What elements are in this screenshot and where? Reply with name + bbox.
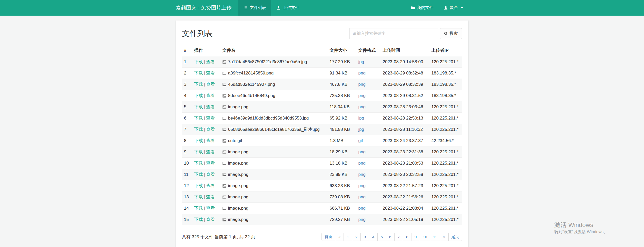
format-link[interactable]: png <box>358 206 366 211</box>
pagination-button[interactable]: 8 <box>403 233 411 241</box>
format-link[interactable]: png <box>358 161 366 166</box>
format-link[interactable]: png <box>358 93 366 98</box>
pagination-button[interactable]: 1 <box>344 233 352 241</box>
download-link[interactable]: 下载 <box>194 71 203 76</box>
pagination-button[interactable]: 2 <box>352 233 361 241</box>
windows-activation-watermark: 激活 Windows 转到“设置”以激活 Windows。 <box>554 221 608 235</box>
format-link[interactable]: png <box>358 172 366 177</box>
row-format: png <box>356 101 381 113</box>
filename-text: 46dad532e1145907.png <box>228 82 275 87</box>
row-index: 3 <box>182 79 192 90</box>
view-link[interactable]: 查看 <box>206 93 215 98</box>
image-file-icon <box>223 116 226 120</box>
format-link[interactable]: png <box>358 82 366 87</box>
format-link[interactable]: gif <box>358 138 363 143</box>
image-file-icon <box>223 94 226 98</box>
view-link[interactable]: 查看 <box>206 82 215 87</box>
row-ip: 183.198.35.* <box>429 79 462 90</box>
pagination-button[interactable]: 4 <box>369 233 378 241</box>
view-link[interactable]: 查看 <box>206 71 215 76</box>
table-row: 4 下载|查看 8deee46e4b145849.png 725.38 KB p… <box>182 90 462 101</box>
download-link[interactable]: 下载 <box>194 195 203 199</box>
format-link[interactable]: png <box>358 217 366 222</box>
nav-item-my-files[interactable]: 我的文件 <box>406 0 439 16</box>
download-link[interactable]: 下载 <box>194 59 203 64</box>
row-index: 11 <box>182 169 192 180</box>
nav-item-upload[interactable]: 上传文件 <box>271 0 304 16</box>
pagination-button[interactable]: » <box>440 233 449 241</box>
row-size: 1.3 MB <box>328 135 356 146</box>
view-link[interactable]: 查看 <box>206 116 215 121</box>
image-file-icon <box>223 83 226 87</box>
format-link[interactable]: jpg <box>358 127 364 132</box>
nav-item-aggregate-dropdown[interactable]: 聚合 <box>439 0 468 16</box>
action-separator: | <box>204 59 205 64</box>
row-index: 12 <box>182 180 192 191</box>
download-link[interactable]: 下载 <box>194 93 203 98</box>
pagination-button[interactable]: 5 <box>377 233 386 241</box>
pagination-button[interactable]: 9 <box>411 233 420 241</box>
view-link[interactable]: 查看 <box>206 149 215 154</box>
view-link[interactable]: 查看 <box>206 127 215 132</box>
column-header-time: 上传时间 <box>381 45 429 56</box>
search-button[interactable]: 搜索 <box>440 28 462 39</box>
nav-item-file-list[interactable]: 文件列表 <box>238 0 271 16</box>
download-link[interactable]: 下载 <box>194 183 203 188</box>
download-link[interactable]: 下载 <box>194 161 203 166</box>
search-box: 搜索 <box>349 28 462 39</box>
view-link[interactable]: 查看 <box>206 195 215 199</box>
action-separator: | <box>204 217 205 222</box>
download-link[interactable]: 下载 <box>194 149 203 154</box>
row-filename: 7a17da456c8750f221d3c867fac0a6b.jpg <box>220 56 328 68</box>
row-time: 2023-08-23 22:31:38 <box>381 146 429 158</box>
download-link[interactable]: 下载 <box>194 138 203 143</box>
row-actions: 下载|查看 <box>192 214 220 225</box>
view-link[interactable]: 查看 <box>206 138 215 143</box>
image-file-icon <box>223 128 226 132</box>
view-link[interactable]: 查看 <box>206 161 215 166</box>
format-link[interactable]: jpg <box>358 116 364 121</box>
pagination-button[interactable]: 11 <box>430 233 440 241</box>
row-size: 13.18 KB <box>328 158 356 169</box>
row-filename: 46dad532e1145907.png <box>220 79 328 90</box>
brand[interactable]: 素颜图床 - 免费图片上传 <box>176 0 238 16</box>
image-file-icon <box>223 60 226 64</box>
row-ip: 120.225.201.* <box>429 203 462 214</box>
search-input[interactable] <box>349 28 438 39</box>
row-filename: image.png <box>220 169 328 180</box>
row-index: 7 <box>182 124 192 135</box>
pagination-button[interactable]: 尾页 <box>448 233 462 241</box>
download-link[interactable]: 下载 <box>194 116 203 121</box>
view-link[interactable]: 查看 <box>206 183 215 188</box>
pagination-button[interactable]: 首页 <box>321 233 335 241</box>
pagination-button[interactable]: 10 <box>420 233 430 241</box>
format-link[interactable]: png <box>358 71 366 76</box>
row-filename: cute.gif <box>220 135 328 146</box>
row-filename: image.png <box>220 191 328 203</box>
view-link[interactable]: 查看 <box>206 217 215 222</box>
pagination-button[interactable]: 7 <box>394 233 403 241</box>
download-link[interactable]: 下载 <box>194 172 203 177</box>
view-link[interactable]: 查看 <box>206 172 215 177</box>
view-link[interactable]: 查看 <box>206 104 215 109</box>
card-footer: 共有 325 个文件 当前第 1 页, 共 22 页 首页«1234567891… <box>182 233 462 241</box>
format-link[interactable]: png <box>358 195 366 199</box>
format-link[interactable]: png <box>358 149 366 154</box>
download-link[interactable]: 下载 <box>194 206 203 211</box>
download-link[interactable]: 下载 <box>194 127 203 132</box>
view-link[interactable]: 查看 <box>206 59 215 64</box>
format-link[interactable]: jpg <box>358 59 364 64</box>
format-link[interactable]: png <box>358 183 366 188</box>
download-link[interactable]: 下载 <box>194 82 203 87</box>
download-link[interactable]: 下载 <box>194 104 203 109</box>
row-ip: 120.225.201.* <box>429 180 462 191</box>
action-separator: | <box>204 82 205 87</box>
pagination-button[interactable]: 3 <box>360 233 369 241</box>
nav-item-label: 我的文件 <box>417 5 434 10</box>
format-link[interactable]: png <box>358 104 366 109</box>
filename-text: cute.gif <box>228 138 242 143</box>
download-link[interactable]: 下载 <box>194 217 203 222</box>
view-link[interactable]: 查看 <box>206 206 215 211</box>
pagination-button[interactable]: 6 <box>386 233 395 241</box>
column-header-actions: 操作 <box>192 45 220 56</box>
